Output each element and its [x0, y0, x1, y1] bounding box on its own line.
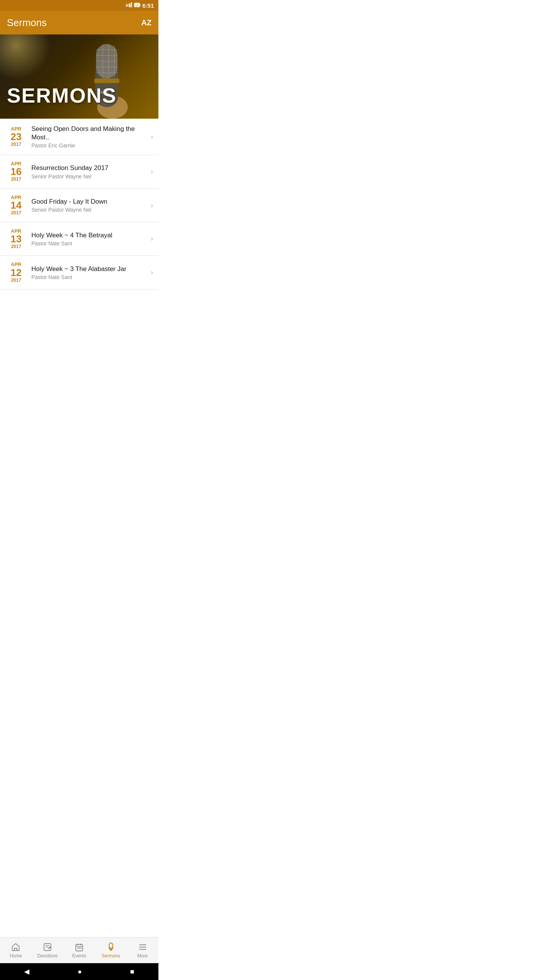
status-bar: 4G ⚡ 6:51 — [0, 0, 158, 11]
svg-rect-1 — [129, 3, 130, 7]
sort-button[interactable]: AZ — [141, 18, 152, 27]
sermon-year: 2017 — [6, 142, 26, 147]
sermon-list: APR 23 2017 Seeing Open Doors and Making… — [0, 119, 158, 289]
sermon-year: 2017 — [6, 210, 26, 216]
sermon-day: 13 — [6, 234, 26, 244]
page-title: Sermons — [7, 17, 47, 29]
battery-icon: ⚡ — [134, 2, 141, 9]
sermon-date: APR 14 2017 — [6, 195, 26, 216]
sermon-info: Good Friday - Lay It Down Senior Pastor … — [31, 198, 148, 213]
svg-rect-19 — [94, 78, 119, 83]
sermon-pastor: Pastor Nate Sant — [31, 240, 148, 247]
sermon-pastor: Pastor Nate Sant — [31, 274, 148, 280]
sermon-day: 12 — [6, 268, 26, 278]
sermon-info: Seeing Open Doors and Making the Most.. … — [31, 125, 148, 149]
hero-title: SERMONS — [0, 83, 158, 107]
chevron-right-icon: › — [148, 168, 153, 176]
sermon-pastor: Senior Pastor Wayne Nel — [31, 207, 148, 213]
sermon-title: Holy Week ~ 4 The Betrayal — [31, 231, 148, 240]
chevron-right-icon: › — [148, 235, 153, 243]
chevron-right-icon: › — [148, 201, 153, 209]
sermon-year: 2017 — [6, 244, 26, 249]
sermon-title: Good Friday - Lay It Down — [31, 198, 148, 206]
sermon-pastor: Senior Pastor Wayne Nel — [31, 173, 148, 180]
sermon-title: Resurrection Sunday 2017 — [31, 164, 148, 172]
chevron-right-icon: › — [148, 268, 153, 276]
sermon-pastor: Pastor Eric Garnie — [31, 142, 148, 149]
sermon-item[interactable]: APR 16 2017 Resurrection Sunday 2017 Sen… — [0, 155, 158, 189]
sermon-item[interactable]: APR 23 2017 Seeing Open Doors and Making… — [0, 119, 158, 155]
sermon-title: Seeing Open Doors and Making the Most.. — [31, 125, 148, 142]
sermon-date: APR 13 2017 — [6, 229, 26, 250]
chevron-right-icon: › — [148, 133, 153, 141]
sermon-day: 14 — [6, 200, 26, 210]
page-content: SM58 SERMONS APR 23 2017 Seeing Open Doo… — [0, 34, 158, 335]
sermon-year: 2017 — [6, 278, 26, 283]
sermon-date: APR 23 2017 — [6, 126, 26, 147]
app-bar: Sermons AZ — [0, 11, 158, 34]
sermon-date: APR 16 2017 — [6, 161, 26, 182]
sermon-date: APR 12 2017 — [6, 262, 26, 283]
sermon-title: Holy Week ~ 3 The Alabaster Jar — [31, 265, 148, 273]
sermon-info: Holy Week ~ 4 The Betrayal Pastor Nate S… — [31, 231, 148, 247]
signal-icon: 4G — [126, 2, 132, 9]
status-icons: 4G ⚡ 6:51 — [126, 2, 154, 9]
svg-rect-2 — [131, 2, 132, 7]
sermon-item[interactable]: APR 13 2017 Holy Week ~ 4 The Betrayal P… — [0, 222, 158, 256]
sermon-day: 16 — [6, 167, 26, 176]
time-display: 6:51 — [142, 2, 154, 9]
sermon-item[interactable]: APR 14 2017 Good Friday - Lay It Down Se… — [0, 189, 158, 222]
hero-banner: SM58 SERMONS — [0, 34, 158, 119]
sermon-item[interactable]: APR 12 2017 Holy Week ~ 3 The Alabaster … — [0, 256, 158, 289]
sermon-year: 2017 — [6, 176, 26, 182]
sermon-day: 23 — [6, 132, 26, 142]
sermon-info: Resurrection Sunday 2017 Senior Pastor W… — [31, 164, 148, 179]
sermon-info: Holy Week ~ 3 The Alabaster Jar Pastor N… — [31, 265, 148, 280]
svg-rect-4 — [140, 4, 140, 6]
svg-text:⚡: ⚡ — [135, 4, 139, 7]
